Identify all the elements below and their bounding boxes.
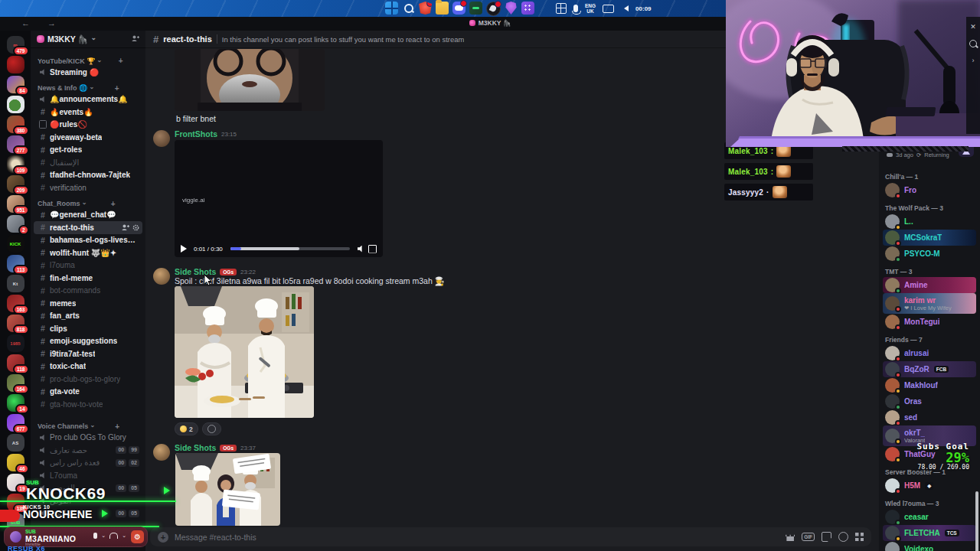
server-icon[interactable]: 209 — [7, 175, 24, 193]
channel-row[interactable]: giveaway-beta — [34, 131, 142, 144]
server-icon[interactable]: AS — [7, 434, 24, 452]
server-icon[interactable]: 113 — [7, 255, 24, 272]
member-line[interactable]: karim wr ❤ I Love My Wifey — [883, 293, 976, 314]
member-row[interactable]: PSYCO-M — [885, 246, 974, 262]
reaction-pill[interactable]: 2 — [175, 422, 198, 435]
channel-row[interactable]: Voice Channels — [34, 422, 142, 432]
language-indicator[interactable]: ENG UK — [585, 3, 596, 14]
server-icon[interactable]: m 479 — [7, 36, 24, 54]
message-author[interactable]: FrontShots — [175, 129, 217, 139]
server-icon[interactable]: 139 — [7, 494, 24, 511]
channel-row[interactable]: Chat_Rooms — [34, 199, 142, 209]
channel-row[interactable]: clips — [34, 322, 142, 335]
server-header[interactable]: M3KKY 🦍 — [31, 31, 145, 48]
channel-row[interactable]: bot-commands — [34, 285, 142, 298]
attach-plus-icon[interactable]: + — [158, 532, 168, 543]
avatar[interactable] — [153, 444, 170, 461]
server-icon[interactable]: 677 — [7, 414, 24, 432]
message-author[interactable]: Side Shots — [175, 443, 216, 452]
add-channel-icon[interactable] — [115, 84, 119, 93]
server-icon[interactable]: 277 — [7, 135, 24, 153]
add-channel-icon[interactable] — [111, 200, 116, 208]
server-icon[interactable]: 2 — [7, 215, 24, 233]
invite-to-channel-icon[interactable] — [122, 224, 129, 231]
channel-row[interactable]: 🔥events🔥 — [34, 106, 142, 119]
member-row[interactable]: MCSokraT — [885, 230, 974, 246]
member-row[interactable]: TMT — 3 — [885, 262, 974, 277]
channel-row[interactable]: react-to-this — [34, 221, 142, 234]
close-icon[interactable]: ✕ — [970, 23, 976, 31]
server-icon[interactable] — [7, 96, 24, 113]
channel-row[interactable]: 🔴rules🚫 — [34, 119, 142, 132]
channel-row[interactable]: gta-vote — [34, 386, 142, 399]
server-icon[interactable]: 19 — [7, 474, 24, 491]
channel-row[interactable]: memes — [34, 297, 142, 310]
discord-icon[interactable] — [452, 2, 466, 15]
tray-mic-icon[interactable] — [573, 5, 578, 12]
app-grid-icon[interactable] — [521, 2, 534, 15]
channel-row[interactable]: YouTube/KICK 🏆 — [34, 56, 142, 66]
tray-grid-icon[interactable] — [556, 3, 567, 14]
member-row[interactable]: karim wr ❤ I Love My Wifey — [885, 293, 974, 314]
channel-row[interactable]: fan_arts — [34, 310, 142, 323]
channel-row[interactable]: 💬general_chat💬 — [34, 209, 142, 222]
member-line[interactable]: alrusai — [883, 345, 976, 361]
channel-row[interactable]: الإستقبال — [34, 156, 142, 169]
add-channel-icon[interactable] — [119, 57, 123, 65]
shield-icon[interactable] — [419, 2, 432, 15]
chat-image-attachment[interactable] — [175, 453, 280, 526]
add-channel-icon[interactable] — [115, 422, 119, 431]
member-row[interactable]: alrusai — [885, 345, 974, 361]
gear-icon[interactable] — [132, 224, 139, 231]
member-row[interactable]: sed — [885, 409, 974, 425]
start-icon[interactable] — [385, 2, 398, 15]
fullscreen-icon[interactable] — [368, 245, 377, 253]
member-line[interactable]: ceasar — [883, 509, 976, 525]
gift-icon[interactable] — [786, 533, 795, 541]
member-row[interactable]: The Wolf Pack — 3 — [885, 198, 974, 214]
member-line[interactable]: Makhlouf — [883, 377, 976, 393]
member-row[interactable]: L.. — [885, 214, 974, 230]
gif-icon[interactable]: GIF — [802, 533, 815, 541]
channel-row[interactable]: القوص — [34, 494, 142, 507]
member-row[interactable]: Makhlouf — [885, 377, 974, 393]
member-row[interactable]: BqZoR FCB — [885, 361, 974, 377]
member-row[interactable]: Voidexo — [885, 541, 974, 551]
channel-row[interactable]: gta-how-to-vote — [34, 398, 142, 411]
channel-row[interactable]: 🔔announcements🔔 — [34, 93, 142, 106]
chat-image-attachment[interactable] — [175, 286, 314, 418]
member-line[interactable]: FLETCHA TCS — [883, 525, 976, 541]
member-line[interactable]: H5M ◆ — [883, 478, 976, 494]
invite-icon[interactable] — [132, 35, 139, 44]
member-row[interactable]: Wled l7ouma — 3 — [885, 494, 974, 509]
server-icon[interactable]: SUB — [7, 514, 24, 531]
server-icon[interactable]: Kt — [7, 275, 24, 292]
scrollbar-thumb[interactable] — [975, 491, 978, 551]
channel-row[interactable]: pro-club-ogs-to-glory — [34, 373, 142, 386]
video-player[interactable]: viggle.ai 0:01 / 0:30 — [175, 140, 383, 257]
channel-row[interactable]: toxic-chat — [34, 360, 142, 373]
obs-icon[interactable] — [486, 2, 501, 16]
member-line[interactable]: MonTegui — [883, 314, 976, 330]
channel-row[interactable]: حصة تعارف 00 99 — [34, 444, 142, 457]
channel-row[interactable]: الفوضى 00 05 — [34, 482, 142, 495]
server-icon[interactable]: 163 — [7, 295, 24, 312]
member-line[interactable]: PSYCO-M — [883, 246, 976, 262]
member-line[interactable]: Voidexo — [883, 541, 976, 551]
add-reaction-button[interactable] — [202, 422, 221, 435]
apps-icon[interactable] — [855, 533, 864, 541]
play-icon[interactable] — [181, 245, 191, 253]
channel-row[interactable]: News & Info 🌐 — [34, 83, 142, 93]
channel-row[interactable]: L7ouma — [34, 469, 142, 482]
pin-app-icon[interactable] — [505, 2, 518, 15]
member-row[interactable]: ceasar — [885, 509, 974, 525]
channel-topic[interactable]: In this channel you can post links to st… — [222, 35, 465, 44]
member-row[interactable]: FLETCHA TCS — [885, 525, 974, 541]
message-input[interactable]: Message #react-to-this — [175, 533, 779, 542]
server-icon[interactable]: 84 — [7, 76, 24, 93]
member-line[interactable]: MCSokraT — [883, 230, 976, 246]
server-icon[interactable]: KICK — [7, 235, 24, 253]
green-app-icon[interactable] — [469, 2, 482, 15]
clock[interactable]: 00:09 — [635, 5, 651, 12]
sticker-icon[interactable] — [822, 532, 831, 542]
